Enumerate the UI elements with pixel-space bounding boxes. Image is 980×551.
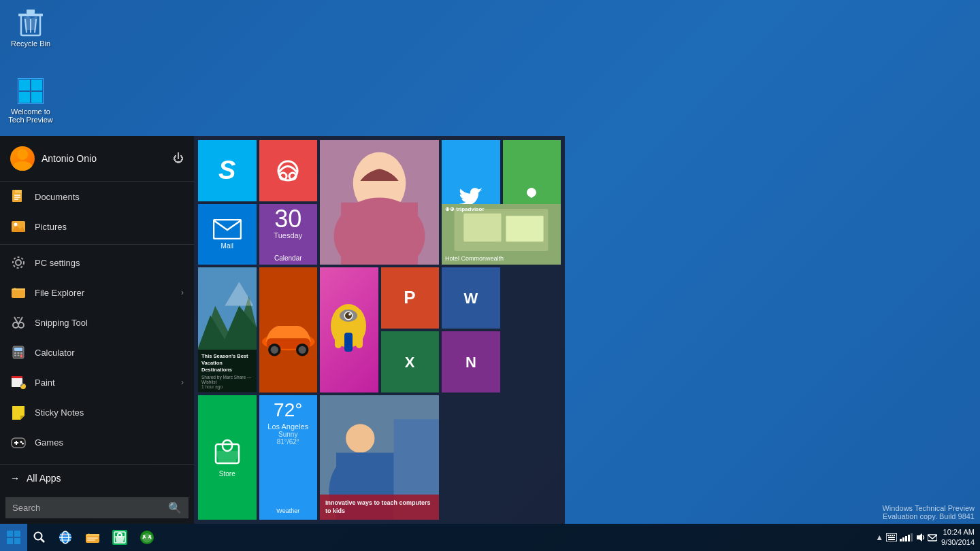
svg-rect-34 (20, 352, 22, 354)
build-info: Windows Technical Preview Evaluation cop… (882, 504, 975, 520)
tile[interactable] (320, 140, 439, 265)
sidebar-item-file-explorer[interactable]: File Explorer › (0, 278, 194, 307)
all-apps-section: → All Apps (0, 464, 194, 492)
svg-rect-35 (14, 355, 16, 356)
svg-rect-1 (18, 14, 43, 16)
svg-point-91 (35, 533, 42, 540)
all-apps-button[interactable]: → All Apps (0, 465, 194, 492)
start-menu-left: Antonio Onio ⏻ Documents (0, 136, 194, 524)
svg-point-23 (13, 257, 24, 268)
file-explorer-label: File Explorer (35, 288, 84, 298)
taskbar-xbox[interactable] (133, 524, 161, 551)
taskbar-ie[interactable]: e (52, 524, 79, 551)
snipping-tool-icon (10, 314, 27, 331)
build-text1: Windows Technical Preview (882, 504, 975, 512)
pc-settings-label: PC settings (35, 258, 80, 268)
keyboard-icon (886, 533, 897, 541)
svg-point-68 (270, 346, 278, 354)
svg-rect-107 (887, 535, 889, 536)
svg-rect-39 (12, 376, 22, 378)
windows-logo (7, 531, 20, 544)
tile[interactable]: 30TuesdayCalendar (259, 204, 318, 265)
notification-icon (928, 533, 937, 542)
svg-marker-42 (20, 416, 24, 420)
tile[interactable] (320, 267, 378, 392)
tile[interactable]: 72°Los AngelesSunny81°/62°Weather (259, 395, 318, 520)
user-info: Antonio Onio (10, 146, 97, 171)
sidebar-item-documents[interactable]: Documents (0, 182, 194, 212)
start-button[interactable] (0, 524, 27, 551)
calculator-icon (10, 344, 27, 361)
tile[interactable]: Mail (198, 204, 257, 265)
paint-label: Paint (35, 378, 55, 388)
tile[interactable]: P (381, 267, 440, 329)
tile[interactable]: Store (198, 395, 257, 520)
pictures-icon (10, 218, 27, 235)
sidebar-item-pictures[interactable]: Pictures (0, 212, 194, 241)
svg-text:P: P (404, 287, 416, 307)
desktop: Recycle Bin Welcome to Tech Preview (0, 0, 980, 551)
svg-rect-36 (18, 355, 20, 356)
taskbar-system-icons: ▲ (875, 533, 937, 542)
svg-rect-33 (18, 352, 20, 354)
svg-point-22 (16, 260, 21, 265)
paint-icon (10, 374, 27, 390)
sidebar-item-pc-settings[interactable]: PC settings (0, 248, 194, 278)
snipping-tool-label: Snipping Tool (35, 318, 88, 328)
tile[interactable] (259, 267, 318, 392)
tile[interactable] (259, 140, 318, 201)
sticky-notes-icon (10, 404, 27, 420)
search-icon: 🔍 (168, 501, 182, 514)
build-text2: Evaluation copy. Build 9841 (882, 512, 975, 520)
taskbar-datetime: 10:24 AM 9/30/2014 (941, 527, 975, 548)
tile[interactable]: S (198, 140, 257, 201)
svg-point-13 (13, 161, 32, 171)
svg-rect-111 (888, 537, 895, 538)
sidebar-item-games[interactable]: Games (0, 427, 194, 457)
tile[interactable]: ⊕⊕ tripadvisorHotel Commonwealth (442, 204, 561, 265)
svg-point-47 (22, 443, 24, 445)
start-search-bar[interactable]: 🔍 (5, 497, 189, 518)
svg-rect-100 (87, 537, 98, 539)
svg-point-26 (18, 322, 24, 328)
tile[interactable]: X (381, 331, 440, 393)
svg-rect-8 (31, 80, 42, 90)
signal-icon (900, 533, 913, 541)
start-search-input[interactable] (12, 503, 163, 513)
sidebar-item-calculator[interactable]: Calculator (0, 337, 194, 367)
svg-rect-10 (31, 92, 42, 103)
documents-label: Documents (35, 192, 80, 202)
power-button[interactable]: ⏻ (173, 152, 184, 165)
taskbar: e (0, 524, 980, 551)
recycle-bin-icon[interactable]: Recycle Bin (3, 7, 58, 50)
sidebar-item-sticky-notes[interactable]: Sticky Notes (0, 397, 194, 427)
documents-icon (10, 188, 27, 205)
games-label: Games (35, 437, 63, 448)
taskbar-file-explorer[interactable] (79, 524, 106, 551)
welcome-tech-preview-icon[interactable]: Welcome to Tech Preview (3, 75, 58, 127)
tile[interactable]: This Season's Best Vacation Destinations… (198, 267, 257, 392)
svg-line-92 (41, 539, 44, 542)
tile[interactable]: N (442, 331, 500, 393)
avatar[interactable] (10, 146, 35, 171)
sidebar-item-snipping-tool[interactable]: Snipping Tool (0, 307, 194, 337)
svg-rect-78 (335, 336, 342, 348)
svg-text:X: X (405, 354, 415, 371)
tile[interactable]: W (442, 267, 500, 329)
svg-rect-9 (19, 92, 30, 103)
svg-rect-110 (894, 535, 895, 536)
recycle-bin-image (17, 10, 44, 37)
svg-rect-58 (463, 213, 501, 241)
sticky-notes-label: Sticky Notes (35, 407, 84, 418)
taskbar-right: ▲ (875, 527, 980, 548)
sidebar-item-paint[interactable]: Paint › (0, 367, 194, 397)
svg-rect-7 (19, 80, 30, 90)
taskbar-search[interactable] (27, 524, 52, 551)
all-apps-arrow: → (10, 473, 20, 484)
tile[interactable]: Innovative ways to teach computers to ki… (320, 395, 439, 520)
svg-point-20 (14, 223, 18, 227)
taskbar-store[interactable] (106, 524, 133, 551)
notification-up-arrow[interactable]: ▲ (875, 533, 883, 542)
file-explorer-icon (10, 284, 27, 301)
svg-rect-77 (344, 333, 353, 352)
